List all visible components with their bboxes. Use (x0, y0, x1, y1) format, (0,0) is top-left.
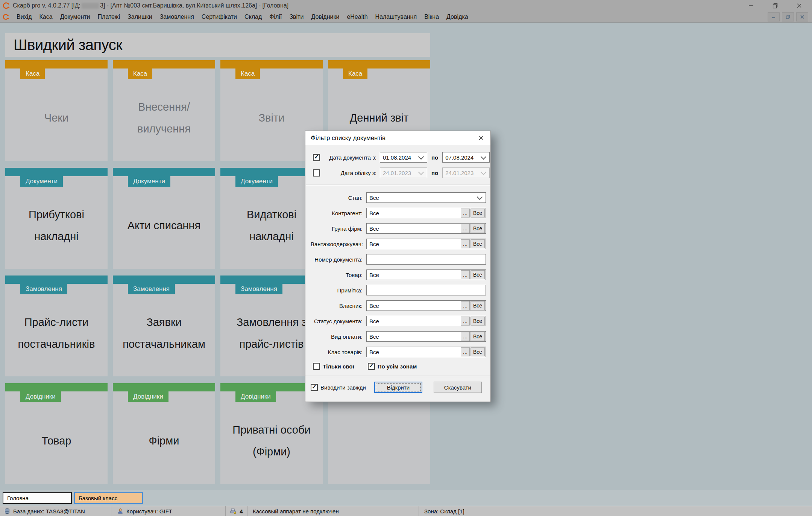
all-zones-checkbox[interactable] (368, 363, 375, 370)
filter-row-vyd-oplaty: Вид оплати: Все … Все (311, 331, 486, 342)
doc-date-checkbox[interactable] (313, 154, 320, 161)
date-between-label: по (431, 170, 438, 176)
vlasnyk-field[interactable]: Все … Все (366, 300, 486, 311)
nomer-dokumenta-input[interactable] (366, 254, 486, 265)
kontragent-field[interactable]: Все … Все (366, 208, 486, 218)
tile-category-bar (113, 383, 215, 391)
tile-category-tab: Замовлення (20, 284, 67, 294)
klas-tovariv-browse-button[interactable]: … (461, 347, 470, 356)
filter-row-kontragent: Контрагент: Все … Все (311, 208, 486, 218)
prymitka-input[interactable] (366, 285, 486, 295)
tile-category-tab: Каса (343, 68, 367, 79)
minimize-icon[interactable] (748, 3, 754, 9)
date-between-label: по (431, 154, 438, 161)
menu-vykhid[interactable]: Вихід (13, 11, 36, 22)
only-mine-label: Тільки свої (323, 363, 354, 370)
tab-bazovyi-klass[interactable]: Базовый класс (74, 492, 143, 504)
status-dokumenta-browse-button[interactable]: … (461, 317, 470, 326)
menu-zvity[interactable]: Звіти (285, 11, 307, 22)
close-icon[interactable] (796, 3, 802, 9)
acc-date-checkbox[interactable] (313, 169, 320, 177)
stan-combobox[interactable]: Все (366, 192, 486, 203)
tovar-field[interactable]: Все … Все (366, 269, 486, 280)
klas-tovariv-field[interactable]: Все … Все (366, 347, 486, 357)
tile-vnesennia-vyluchennia[interactable]: Каса Внесення/вилучення (113, 60, 215, 161)
window-title-prefix: Скарб pro v. 4.0.2.77 [ІД: (13, 2, 80, 9)
menu-sertyfikaty[interactable]: Сертифікати (198, 11, 241, 22)
tile-tovar[interactable]: Довідники Товар (5, 383, 108, 484)
tile-category-tab: Документи (235, 176, 278, 187)
tile-akty-spysannia[interactable]: Документи Акти списання (113, 168, 215, 269)
menu-zalyshky[interactable]: Залишки (124, 11, 156, 22)
dialog-body: Дата документа з: 01.08.2024 по 07.08.20… (305, 145, 490, 393)
menu-dovidnyky[interactable]: Довідники (307, 11, 343, 22)
vyd-oplaty-browse-button[interactable]: … (461, 332, 470, 341)
vyd-oplaty-field[interactable]: Все … Все (366, 331, 486, 342)
kontragent-browse-button[interactable]: … (461, 209, 470, 218)
grupa-firm-browse-button[interactable]: … (461, 224, 470, 233)
tovar-all-button[interactable]: Все (471, 270, 485, 279)
mdi-minimize-icon[interactable] (768, 12, 780, 21)
filter-row-tovar: Товар: Все … Все (311, 269, 486, 280)
tile-category-tab: Довідники (20, 391, 61, 402)
status-dokumenta-all-button[interactable]: Все (471, 317, 485, 326)
tile-prybutkovi-nakladni[interactable]: Документи Прибуткові накладні (5, 168, 108, 269)
filter-row-nomer-dokumenta: Номер документа: (311, 254, 486, 265)
tile-label: Прибуткові накладні (11, 187, 102, 264)
filter-row-grupa-firm: Група фірм: Все … Все (311, 223, 486, 234)
mdi-child-icon (3, 14, 9, 20)
doc-date-from-picker[interactable]: 01.08.2024 (380, 152, 427, 163)
user-icon (117, 508, 123, 514)
filter-row-prymitka: Примітка: (311, 285, 486, 295)
chevron-down-icon (481, 154, 487, 160)
acc-date-to-picker: 24.01.2023 (442, 167, 490, 178)
menu-vikna[interactable]: Вікна (420, 11, 443, 22)
status-dokumenta-field[interactable]: Все … Все (366, 316, 486, 326)
filter-row-klas-tovariv: Клас товарів: Все … Все (311, 347, 486, 357)
klas-tovariv-all-button[interactable]: Все (471, 347, 485, 356)
menu-kasa[interactable]: Каса (36, 11, 56, 22)
only-mine-checkbox[interactable] (313, 363, 320, 370)
menu-platezhi[interactable]: Платежі (94, 11, 124, 22)
menu-nalashtuvannia[interactable]: Налаштування (372, 11, 421, 22)
chevron-down-icon (418, 169, 424, 175)
grupa-firm-all-button[interactable]: Все (471, 224, 485, 233)
vlasnyk-browse-button[interactable]: … (461, 301, 470, 310)
menu-sklad[interactable]: Склад (241, 11, 266, 22)
tile-prais-lysty-postachalnykiv[interactable]: Замовлення Прайс-листи постачальників (5, 276, 108, 376)
menu-ehealth[interactable]: eHealth (343, 11, 371, 22)
status-database: База даних: TASA3@TITAN (0, 506, 111, 516)
vantazhooderzhuvach-all-button[interactable]: Все (471, 239, 485, 248)
menu-zamovlennia[interactable]: Замовлення (156, 11, 198, 22)
mdi-close-icon[interactable] (796, 12, 808, 21)
cash-register-icon (230, 508, 237, 514)
tile-cheky[interactable]: Каса Чеки (5, 60, 108, 161)
menu-filii[interactable]: Філії (266, 11, 285, 22)
tile-firmy[interactable]: Довідники Фірми (113, 383, 215, 484)
tab-holovna[interactable]: Головна (3, 492, 72, 504)
tile-zaiavky-postachalnykam[interactable]: Замовлення Заявки постачальникам (113, 276, 215, 376)
tile-category-bar (113, 276, 215, 284)
vlasnyk-all-button[interactable]: Все (471, 301, 485, 310)
vyd-oplaty-all-button[interactable]: Все (471, 332, 485, 341)
mdi-restore-icon[interactable] (782, 12, 794, 21)
menu-dokumenty[interactable]: Документи (56, 11, 94, 22)
restore-icon[interactable] (772, 3, 778, 9)
filter-row-vantazhooderzhuvach: Вантажоодержувач: Все … Все (311, 239, 486, 249)
always-show-checkbox[interactable] (311, 384, 318, 391)
grupa-firm-field[interactable]: Все … Все (366, 223, 486, 234)
kontragent-all-button[interactable]: Все (471, 209, 485, 218)
doc-date-to-picker[interactable]: 07.08.2024 (442, 152, 490, 163)
dialog-close-icon[interactable] (477, 134, 485, 142)
vantazhooderzhuvach-browse-button[interactable]: … (461, 239, 470, 248)
tile-category-bar (5, 276, 108, 284)
cancel-button[interactable]: Скасувати (434, 382, 482, 393)
tovar-browse-button[interactable]: … (461, 270, 470, 279)
tile-category-tab: Документи (20, 176, 63, 187)
tile-category-tab: Замовлення (128, 284, 175, 294)
menu-dovidka[interactable]: Довідка (443, 11, 472, 22)
tile-label: Заявки постачальникам (119, 294, 209, 372)
vantazhooderzhuvach-field[interactable]: Все … Все (366, 239, 486, 249)
open-button[interactable]: Відкрити (374, 382, 422, 393)
all-zones-label: По усім зонам (378, 363, 417, 370)
